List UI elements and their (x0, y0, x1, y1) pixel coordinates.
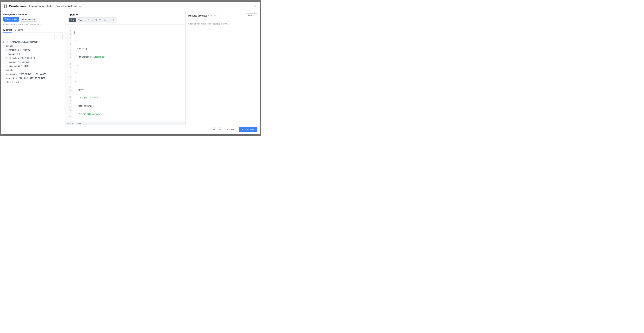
pipeline-title: Pipeline (65, 11, 185, 16)
code-line-9: "_id": "$data.customer_id", (74, 96, 183, 99)
records-badge: 0 records (208, 14, 217, 17)
nav-arrows: ‹ › (1, 34, 65, 40)
schema-tab[interactable]: Schema (15, 27, 23, 32)
code-line-4: "data.category": "Electronics" (74, 55, 183, 59)
results-content: Click refresh button to see records prev… (186, 20, 260, 125)
create-view-button[interactable]: Create view (239, 127, 258, 132)
modal-body: Example & schema for: View's entity Othe… (1, 11, 260, 125)
modal-footer: ☰ ⊞ Cancel Create view (1, 125, 260, 134)
left-panel-title: Example & schema for: (1, 11, 65, 17)
view-name-label: total-amount-of-electronics-by-custome (29, 5, 77, 8)
tree-item-category: t category: "Electronics" (4, 60, 65, 64)
copy-icon[interactable]: ⧉ (43, 23, 44, 26)
left-panel-content: ‹ › t _id: "67af264b01c5b73a34ca4f3c" ▼ … (1, 33, 65, 125)
toggle-data[interactable]: ▼ (3, 45, 6, 47)
close-button[interactable]: × (252, 4, 258, 9)
grid-icon (4, 4, 7, 8)
left-panel: Example & schema for: View's entity Othe… (1, 11, 65, 125)
tree-item-meta-parent: ▼ ▦ meta: (1, 68, 65, 72)
table-icon-meta: ▦ (6, 69, 8, 72)
tree-item-customer-id: t customer_id: "cust01" (4, 64, 65, 68)
filter-icon[interactable]: ▽ (98, 18, 102, 22)
code-line-8: "$group": { (74, 88, 183, 91)
results-title: Results preview (188, 14, 207, 17)
create-view-modal: Create view total-amount-of-electronics-… (1, 2, 260, 134)
entity-id: ID: 598c9d4b-2f49-4f2b-bdea-cea5db429c35… (1, 23, 65, 27)
pipeline-toolbar: Text Tree ☰ ≡ ⇅ ▽ 🔍 ↩ ↻ (65, 16, 185, 24)
cancel-button[interactable]: Cancel (224, 127, 238, 132)
line-numbers: 1 2 3 4 5 6 7 8 9 10 11 12 13 (65, 24, 72, 122)
editor-status: Line: 28 Column: 2 (65, 122, 185, 125)
type-t: t (3, 41, 5, 43)
tree-item-transaction-id: t transaction_id: "txn001" (4, 48, 65, 52)
entity-tabs: View's entity Other entities (1, 17, 65, 23)
views-entity-tab[interactable]: View's entity (3, 17, 19, 21)
code-editor[interactable]: 1 2 3 4 5 6 7 8 9 10 11 12 13 (65, 24, 185, 122)
code-line-10: "total_amount": { (74, 104, 183, 108)
code-line-2: { (74, 39, 183, 42)
tree-item-id: t _id: "67af264b01c5b73a34ca4f3c" (1, 40, 65, 44)
tree-item-updated-at: ⊙ updatedAt: "2025-02-14T11:17:31.445Z" (4, 76, 65, 80)
search-icon[interactable]: 🔍 (102, 18, 107, 22)
redo-icon[interactable]: ↻ (112, 18, 116, 22)
modal-header: Create view total-amount-of-electronics-… (1, 2, 260, 11)
bottom-icons: ☰ ⊞ (212, 127, 222, 132)
toolbar-inner: Text Tree ☰ ≡ ⇅ ▽ 🔍 ↩ ↻ (68, 17, 117, 23)
toggle-meta[interactable]: ▼ (3, 69, 6, 72)
other-entities-tab[interactable]: Other entities (20, 17, 37, 21)
tree-item-amount: n amount: 150 (4, 52, 65, 56)
code-line-5: }, (74, 63, 183, 67)
results-header: Results preview 0 records Refresh (186, 11, 260, 20)
tree-item-created-at: ⊙ createdAt: "2025-02-14T11:17:31.445Z" (4, 72, 65, 76)
refresh-button[interactable]: Refresh (246, 13, 258, 18)
code-line-11: "$sum": "$data.amount" (74, 112, 183, 116)
code-line-6: }, (74, 72, 183, 75)
list-view-icon-btn[interactable]: ☰ (212, 127, 216, 132)
text-tab[interactable]: Text (69, 18, 76, 22)
entity-id-text: ID: 598c9d4b-2f49-4f2b-bdea-cea5db429c35 (3, 23, 42, 25)
code-line-12: } (74, 121, 183, 122)
tree-tab[interactable]: Tree (76, 18, 84, 22)
code-line-3: "$match": { (74, 47, 183, 50)
edit-icon[interactable]: ✏ (79, 5, 81, 8)
grid-view-icon-btn[interactable]: ⊞ (218, 127, 222, 132)
tree-item-transaction-date: t transaction_date: "2024-04-01" (4, 56, 65, 60)
tree-item-pipelines: – pipelines: null (1, 80, 65, 84)
example-tab[interactable]: Example (3, 27, 12, 32)
code-line-1: [ (74, 31, 183, 34)
schema-tabs: Example Schema (1, 27, 65, 33)
prev-arrow[interactable]: ‹ (54, 35, 58, 39)
results-hint: Click refresh button to see records prev… (188, 22, 228, 25)
code-content[interactable]: [ { "$match": { "data.category": "Electr… (72, 24, 185, 122)
list-icon[interactable]: ≡ (91, 18, 94, 22)
code-line-7: { (74, 80, 183, 83)
format-icon[interactable]: ☰ (86, 18, 90, 22)
results-panel: Results preview 0 records Refresh Click … (185, 11, 260, 125)
pipeline-panel: Pipeline Text Tree ☰ ≡ ⇅ ▽ 🔍 ↩ ↻ (65, 11, 185, 125)
undo-icon[interactable]: ↩ (108, 18, 112, 22)
next-arrow[interactable]: › (59, 35, 63, 39)
table-icon: ▦ (6, 45, 8, 47)
modal-title: Create view (9, 4, 26, 8)
sort-icon[interactable]: ⇅ (94, 18, 98, 22)
toolbar-sep-1 (85, 18, 86, 22)
tree-item-data-parent: ▼ ▦ data: (1, 44, 65, 48)
